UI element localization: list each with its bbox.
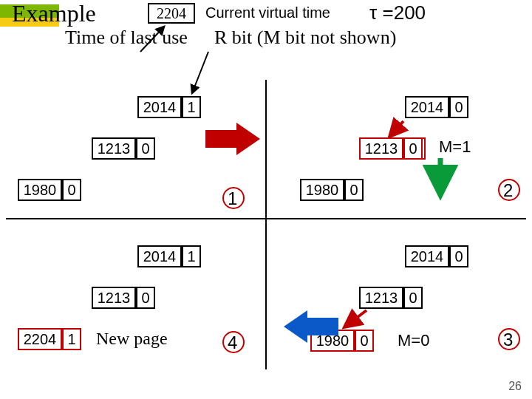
p2-row0-bit: 0: [449, 96, 468, 118]
p4-new-page-label: New page: [96, 329, 168, 349]
p1-row0-bit: 1: [182, 96, 201, 118]
p2-circle: [498, 179, 520, 201]
p4-row0-bit: 1: [182, 245, 201, 267]
p1-row2-bit: 0: [62, 179, 81, 201]
label-current-virtual-time: Current virtual time: [205, 4, 330, 21]
p3-circle: [498, 328, 520, 350]
p3-row0-bit: 0: [449, 245, 468, 267]
p2-row1-value: 1213: [359, 137, 403, 160]
p3-row2-bit: 0: [355, 330, 374, 352]
p4-row1-bit: 0: [136, 287, 155, 309]
p1-row1-bit: 0: [136, 137, 155, 160]
svg-line-5: [390, 121, 403, 136]
p2-row2-bit: 0: [344, 179, 364, 201]
p4-row2-value: 2204: [18, 328, 62, 350]
p3-row0-value: 2014: [405, 245, 449, 267]
p3-row1-bit: 0: [403, 287, 423, 309]
p2-m-label: M=1: [439, 137, 471, 157]
p1-row2-value: 1980: [18, 179, 62, 201]
label-r-bit: R bit (M bit not shown): [214, 27, 396, 49]
p3-row2-value: 1980: [310, 330, 355, 352]
p2-row2-value: 1980: [300, 179, 344, 201]
p1-row1-value: 1213: [92, 137, 136, 160]
p4-row2-bit: 1: [62, 328, 81, 350]
slide-title: Example: [12, 0, 96, 27]
p1-circle: [222, 187, 245, 209]
p4-row1-value: 1213: [92, 287, 136, 309]
p4-circle: [222, 331, 245, 353]
label-tau: τ =200: [369, 1, 426, 24]
page-number: 26: [508, 380, 522, 393]
p2-row1-bit: 0: [403, 137, 423, 160]
p3-row1-value: 1213: [359, 287, 403, 309]
header-boxed-value: 2204: [148, 3, 195, 24]
svg-line-7: [345, 310, 366, 327]
p2-row0-value: 2014: [405, 96, 449, 118]
label-time-of-last-use: Time of last use: [65, 27, 188, 49]
p1-row0-value: 2014: [137, 96, 182, 118]
svg-marker-4: [205, 123, 260, 155]
svg-line-1: [192, 52, 208, 93]
p3-m-label: M=0: [398, 331, 429, 350]
p4-row0-value: 2014: [137, 245, 182, 267]
